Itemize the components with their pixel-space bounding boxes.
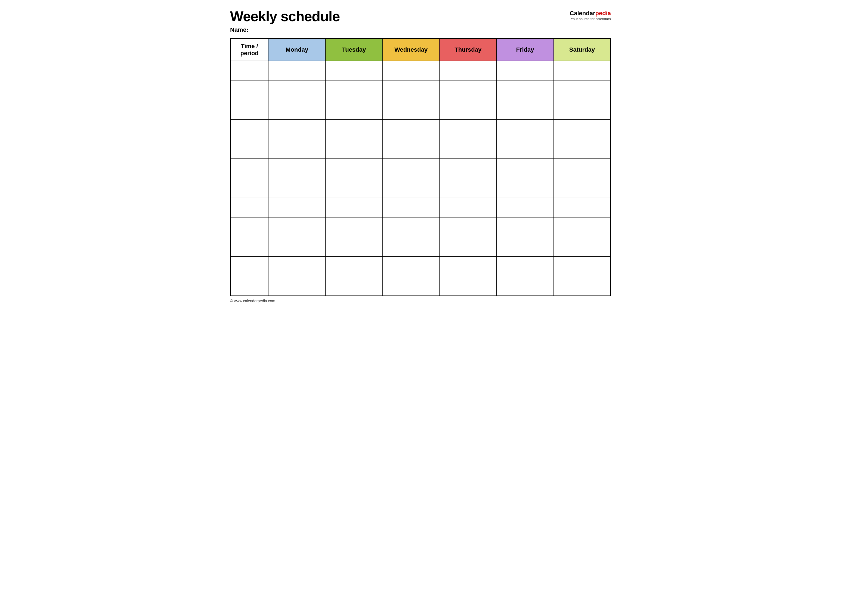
schedule-cell[interactable] (553, 139, 611, 159)
schedule-cell[interactable] (497, 276, 554, 296)
schedule-cell[interactable] (269, 178, 326, 198)
schedule-cell[interactable] (269, 237, 326, 257)
time-cell[interactable] (230, 100, 269, 120)
schedule-cell[interactable] (382, 139, 440, 159)
schedule-cell[interactable] (497, 198, 554, 217)
schedule-cell[interactable] (325, 159, 382, 178)
schedule-cell[interactable] (269, 61, 326, 81)
schedule-cell[interactable] (269, 81, 326, 100)
schedule-cell[interactable] (497, 81, 554, 100)
schedule-cell[interactable] (269, 257, 326, 276)
schedule-cell[interactable] (440, 100, 497, 120)
logo-subtitle: Your source for calendars (570, 17, 611, 21)
schedule-cell[interactable] (440, 178, 497, 198)
schedule-cell[interactable] (497, 178, 554, 198)
schedule-cell[interactable] (269, 100, 326, 120)
schedule-cell[interactable] (382, 120, 440, 139)
schedule-cell[interactable] (440, 237, 497, 257)
schedule-cell[interactable] (382, 237, 440, 257)
schedule-cell[interactable] (382, 257, 440, 276)
time-cell[interactable] (230, 61, 269, 81)
schedule-cell[interactable] (440, 139, 497, 159)
schedule-cell[interactable] (325, 276, 382, 296)
schedule-cell[interactable] (497, 139, 554, 159)
time-cell[interactable] (230, 276, 269, 296)
schedule-cell[interactable] (553, 178, 611, 198)
table-row (230, 217, 611, 237)
schedule-cell[interactable] (440, 61, 497, 81)
time-cell[interactable] (230, 139, 269, 159)
schedule-cell[interactable] (440, 159, 497, 178)
table-row (230, 120, 611, 139)
time-cell[interactable] (230, 237, 269, 257)
schedule-cell[interactable] (382, 217, 440, 237)
schedule-cell[interactable] (325, 198, 382, 217)
schedule-cell[interactable] (497, 257, 554, 276)
schedule-cell[interactable] (497, 100, 554, 120)
schedule-cell[interactable] (497, 237, 554, 257)
table-row (230, 257, 611, 276)
time-cell[interactable] (230, 257, 269, 276)
schedule-cell[interactable] (497, 61, 554, 81)
table-header: Time / period Monday Tuesday Wednesday T… (230, 39, 611, 61)
schedule-cell[interactable] (553, 257, 611, 276)
schedule-cell[interactable] (382, 100, 440, 120)
table-row (230, 61, 611, 81)
schedule-cell[interactable] (497, 120, 554, 139)
footer-url: © www.calendarpedia.com (230, 299, 275, 303)
time-cell[interactable] (230, 178, 269, 198)
schedule-cell[interactable] (325, 100, 382, 120)
footer: © www.calendarpedia.com (230, 299, 611, 303)
time-cell[interactable] (230, 198, 269, 217)
schedule-cell[interactable] (440, 198, 497, 217)
title-block: Weekly schedule (230, 9, 340, 24)
schedule-cell[interactable] (325, 178, 382, 198)
table-row (230, 159, 611, 178)
schedule-cell[interactable] (382, 178, 440, 198)
schedule-cell[interactable] (382, 198, 440, 217)
header-row-tr: Time / period Monday Tuesday Wednesday T… (230, 39, 611, 61)
schedule-cell[interactable] (325, 237, 382, 257)
schedule-cell[interactable] (325, 217, 382, 237)
schedule-cell[interactable] (440, 276, 497, 296)
schedule-cell[interactable] (269, 159, 326, 178)
schedule-cell[interactable] (440, 217, 497, 237)
schedule-cell[interactable] (497, 159, 554, 178)
schedule-cell[interactable] (553, 217, 611, 237)
table-row (230, 198, 611, 217)
schedule-cell[interactable] (553, 276, 611, 296)
schedule-cell[interactable] (269, 276, 326, 296)
schedule-cell[interactable] (553, 159, 611, 178)
schedule-cell[interactable] (553, 100, 611, 120)
table-row (230, 178, 611, 198)
schedule-cell[interactable] (382, 81, 440, 100)
schedule-cell[interactable] (382, 276, 440, 296)
schedule-cell[interactable] (382, 61, 440, 81)
time-cell[interactable] (230, 159, 269, 178)
col-header-friday: Friday (497, 39, 554, 61)
schedule-cell[interactable] (440, 120, 497, 139)
schedule-cell[interactable] (269, 120, 326, 139)
schedule-cell[interactable] (553, 237, 611, 257)
schedule-cell[interactable] (325, 61, 382, 81)
schedule-cell[interactable] (269, 198, 326, 217)
time-cell[interactable] (230, 81, 269, 100)
col-header-thursday: Thursday (440, 39, 497, 61)
schedule-cell[interactable] (269, 217, 326, 237)
schedule-cell[interactable] (325, 81, 382, 100)
schedule-cell[interactable] (497, 217, 554, 237)
table-row (230, 276, 611, 296)
schedule-cell[interactable] (382, 159, 440, 178)
schedule-cell[interactable] (553, 81, 611, 100)
schedule-cell[interactable] (325, 257, 382, 276)
schedule-cell[interactable] (269, 139, 326, 159)
schedule-cell[interactable] (440, 257, 497, 276)
schedule-cell[interactable] (325, 120, 382, 139)
schedule-cell[interactable] (553, 120, 611, 139)
schedule-cell[interactable] (325, 139, 382, 159)
schedule-cell[interactable] (553, 198, 611, 217)
time-cell[interactable] (230, 120, 269, 139)
schedule-cell[interactable] (440, 81, 497, 100)
time-cell[interactable] (230, 217, 269, 237)
schedule-cell[interactable] (553, 61, 611, 81)
